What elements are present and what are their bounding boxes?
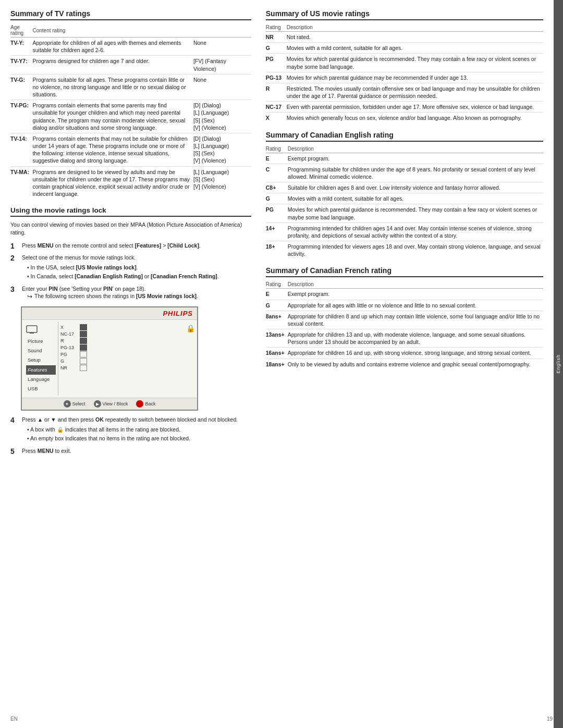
- rating-desc: Even with parental permission, forbidden…: [287, 102, 543, 113]
- movie-lock-section: Using the movie ratings lock You can con…: [10, 206, 251, 455]
- tv-rating-row: R: [60, 338, 182, 344]
- rating-key: TV-MA:: [10, 166, 32, 199]
- canadian-english-table: Rating Description EExempt program.CProg…: [266, 145, 543, 260]
- steps-container: 1Press MENU on the remote control and se…: [10, 242, 251, 456]
- rating-key: TV-Y7:: [10, 56, 32, 74]
- tv-rating-row: PG: [60, 351, 182, 357]
- step-item: 1Press MENU on the remote control and se…: [10, 242, 251, 251]
- rating-desc: Appropriate for all ages with little or …: [288, 300, 543, 311]
- step-content: Enter your PIN (see 'Setting your PIN' o…: [22, 285, 251, 301]
- tv-menu-item: Language: [26, 375, 56, 384]
- rating-key: TV-PG:: [10, 100, 32, 133]
- tv-footer-button: Back: [136, 400, 155, 408]
- rating-desc: Movies which generally focus on sex, vio…: [287, 113, 543, 124]
- tv-menu-item: Sound: [26, 346, 56, 355]
- svg-rect-0: [27, 326, 37, 332]
- rating-key: C: [266, 164, 288, 182]
- rating-blocked-box: [80, 331, 87, 337]
- rating-key: 14+: [266, 223, 288, 241]
- rating-desc: Exempt program.: [288, 289, 543, 300]
- tv-menu: PictureSoundSetupFeaturesLanguageUSB: [22, 322, 58, 396]
- step-item: 5Press MENU to exit.: [10, 447, 251, 456]
- table-row: 13ans+Appropriate for children 13 and up…: [266, 329, 543, 348]
- tv-col-age: Age rating: [10, 23, 32, 38]
- rating-empty-box: [80, 351, 87, 357]
- can-fr-col-desc: Description: [288, 280, 543, 289]
- table-row: TV-MA:Programs are designed to be viewed…: [10, 166, 251, 199]
- step-item: 3Enter your PIN (see 'Setting your PIN' …: [10, 285, 251, 301]
- canadian-english-title: Summary of Canadian English rating: [266, 131, 543, 142]
- table-row: TV-Y:Appropriate for children of all age…: [10, 38, 251, 56]
- us-ratings-section: Summary of US movie ratings Rating Descr…: [266, 9, 543, 124]
- rating-key: PG-13: [266, 72, 287, 83]
- rating-key: E: [266, 289, 288, 300]
- rating-key: X: [266, 113, 287, 124]
- rating-empty-box: [80, 365, 87, 371]
- table-row: 8ans+Appropriate for children 8 and up w…: [266, 311, 543, 329]
- table-row: 18ans+Only to be viewed by adults and co…: [266, 359, 543, 369]
- language-sidebar: English: [554, 0, 563, 728]
- tv-ratings-title: Summary of TV ratings: [10, 9, 251, 20]
- rating-desc: Movies with a mild content, suitable for…: [288, 193, 543, 204]
- rating-desc: Appropriate for children 16 and up, with…: [288, 348, 543, 359]
- table-row: TV-Y7:Programs designed for children age…: [10, 56, 251, 74]
- canadian-english-section: Summary of Canadian English rating Ratin…: [266, 131, 543, 260]
- content-rating: [D] (Dialog) [L] (Language) [S] (Sex) [V…: [193, 133, 251, 166]
- left-column: Summary of TV ratings Age rating Content…: [10, 9, 261, 718]
- rating-desc: Exempt program.: [288, 153, 543, 164]
- rating-empty-box: [80, 358, 87, 364]
- rating-blocked-box: [80, 324, 87, 330]
- rating-key: R: [266, 83, 287, 101]
- rating-key: 18ans+: [266, 359, 288, 369]
- tv-menu-item: Picture: [26, 337, 56, 346]
- rating-key: E: [266, 153, 288, 164]
- step-arrow: ↪The following screen shows the ratings …: [27, 292, 251, 301]
- table-row: PGMovies for which parental guidance is …: [266, 204, 543, 223]
- tv-menu-item: Features: [26, 365, 56, 375]
- table-row: EExempt program.: [266, 153, 543, 164]
- rating-blocked-box: [80, 338, 87, 344]
- can-eng-col-rating: Rating: [266, 145, 288, 153]
- rating-desc: Only to be viewed by adults and contains…: [288, 359, 543, 369]
- step-number: 2: [10, 254, 20, 263]
- rating-key: TV-G:: [10, 74, 32, 100]
- rating-key: PG: [266, 54, 287, 72]
- table-row: RRestricted. The movies usually contain …: [266, 83, 543, 101]
- tv-rating-row: X: [60, 324, 182, 330]
- main-content: Summary of TV ratings Age rating Content…: [0, 0, 554, 728]
- movie-lock-title: Using the movie ratings lock: [10, 206, 251, 217]
- rating-desc: Programs designed for children age 7 and…: [32, 56, 193, 74]
- tv-rating-row: PG-13: [60, 344, 182, 351]
- table-row: EExempt program.: [266, 289, 543, 300]
- tv-ratings-section: Summary of TV ratings Age rating Content…: [10, 9, 251, 199]
- tv-rating-row: G: [60, 358, 182, 364]
- rating-desc: Appropriate for children 13 and up, with…: [288, 329, 543, 348]
- table-row: GAppropriate for all ages with little or…: [266, 300, 543, 311]
- rating-desc: Appropriate for children of all ages wit…: [32, 38, 193, 56]
- can-eng-col-desc: Description: [288, 145, 543, 153]
- rating-desc: Movies with a mild content, suitable for…: [287, 43, 543, 54]
- table-row: CProgramming suitable for children under…: [266, 164, 543, 182]
- content-rating: [FV] (Fantasy Violence): [193, 56, 251, 74]
- content-rating: [L] (Language) [S] (Sex) [V] (Violence): [193, 166, 251, 199]
- tv-footer-button: ✦Select: [64, 400, 85, 408]
- table-row: GMovies with a mild content, suitable fo…: [266, 43, 543, 54]
- rating-desc: Movies for which parental guidance is re…: [288, 204, 543, 223]
- table-row: PGMovies for which parental guidance is …: [266, 54, 543, 72]
- table-row: TV-G:Programs suitable for all ages. The…: [10, 74, 251, 100]
- table-row: NC-17Even with parental permission, forb…: [266, 102, 543, 113]
- tv-col-content: Content rating: [32, 23, 251, 38]
- rating-desc: Programs contain elements that some pare…: [32, 100, 193, 133]
- step-item: 2Select one of the menus for movie ratin…: [10, 254, 251, 281]
- movie-lock-intro: You can control viewing of movies based …: [10, 221, 251, 236]
- rating-key: NC-17: [266, 102, 287, 113]
- table-row: TV-PG:Programs contain elements that som…: [10, 100, 251, 133]
- rating-desc: Programming suitable for children under …: [288, 164, 543, 182]
- rating-desc: Appropriate for children 8 and up which …: [288, 311, 543, 329]
- step-number: 5: [10, 447, 20, 456]
- svg-rect-1: [30, 332, 34, 334]
- rating-desc: Programming intended for viewers ages 18…: [288, 241, 543, 260]
- tv-footer-button: ▶View / Block: [94, 400, 128, 408]
- step-item: 4Press ▲ or ▼ and then press OK repeated…: [10, 416, 251, 443]
- tv-ratings-table: Age rating Content rating TV-Y:Appropria…: [10, 23, 251, 199]
